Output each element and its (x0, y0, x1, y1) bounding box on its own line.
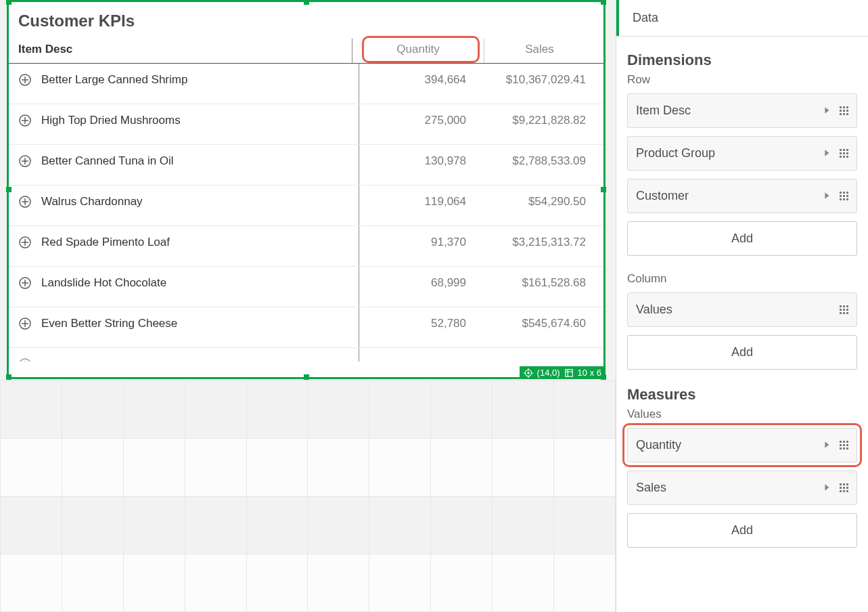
cell-sales: $545,674.60 (482, 317, 597, 330)
column-header-quantity[interactable]: Quantity (354, 43, 482, 56)
table-row[interactable]: Landslide Hot Chocolate 68,999 $161,528.… (9, 267, 603, 307)
grip-icon[interactable] (840, 441, 848, 450)
cell-item: Landslide Hot Chocolate (41, 276, 166, 290)
chip-label: Customer (636, 189, 689, 203)
table-body: Better Large Canned Shrimp 394,664 $10,3… (9, 64, 603, 362)
cell-sales: $2,788,533.09 (482, 154, 597, 168)
size-icon (564, 368, 574, 378)
expand-icon[interactable] (18, 317, 32, 330)
cell-sales: $161,528.68 (482, 276, 597, 290)
cell-item: Red Spade Pimento Loaf (41, 236, 170, 249)
expand-icon[interactable] (18, 357, 32, 362)
column-header-item[interactable]: Item Desc (16, 43, 354, 56)
cell-sales: $10,367,029.41 (482, 73, 597, 87)
table-row[interactable]: Red Spade Pimento Loaf 91,370 $3,215,313… (9, 226, 603, 267)
chevron-right-icon (823, 105, 831, 117)
measure-chip-quantity[interactable]: Quantity (627, 428, 857, 462)
chip-label: Product Group (636, 146, 715, 160)
dimension-chip-customer[interactable]: Customer (627, 179, 857, 213)
dimension-chip-item-desc[interactable]: Item Desc (627, 93, 857, 128)
expand-icon[interactable] (18, 114, 32, 127)
expand-icon[interactable] (18, 195, 32, 209)
column-divider (484, 39, 484, 63)
column-chip-values[interactable]: Values (627, 292, 857, 327)
column-label: Column (627, 272, 857, 286)
chip-label: Sales (636, 481, 666, 495)
table-row[interactable]: High Top Dried Mushrooms 275,000 $9,221,… (9, 104, 603, 145)
canvas-area[interactable]: Customer KPIs Item Desc Quantity Sales (0, 0, 616, 612)
svg-rect-30 (565, 369, 572, 376)
cell-item: High Top Dried Mushrooms (41, 114, 181, 127)
chip-label: Item Desc (636, 104, 691, 118)
table-header: Item Desc Quantity Sales (9, 43, 603, 64)
chevron-right-icon (823, 148, 831, 160)
expand-icon[interactable] (18, 154, 32, 168)
expand-icon[interactable] (18, 276, 32, 290)
values-label: Values (627, 408, 857, 421)
grip-icon[interactable] (840, 192, 848, 200)
cell-item: Walrus Chardonnay (41, 195, 143, 209)
column-header-sales[interactable]: Sales (482, 43, 597, 56)
cell-qty: 52,780 (354, 317, 482, 330)
cell-sales: $9,221,828.82 (482, 114, 597, 127)
resize-handle-tr[interactable] (601, 0, 606, 5)
table-row[interactable]: Better Canned Tuna in Oil 130,978 $2,788… (9, 145, 603, 185)
add-measure-button[interactable]: Add (627, 513, 857, 548)
grip-icon[interactable] (840, 149, 848, 158)
dimension-chip-product-group[interactable]: Product Group (627, 136, 857, 171)
coord-text: (14,0) (537, 368, 560, 378)
resize-handle-tm[interactable] (304, 0, 309, 5)
cell-sales: $3,215,313.72 (482, 236, 597, 249)
selection-coord-badge: (14,0) 10 x 6 (520, 366, 606, 379)
grip-icon[interactable] (840, 483, 848, 492)
target-icon (524, 368, 533, 378)
expand-icon[interactable] (18, 73, 32, 87)
cell-qty: 68,999 (354, 276, 482, 290)
resize-handle-bm[interactable] (304, 374, 309, 380)
add-column-dimension-button[interactable]: Add (627, 335, 857, 370)
table-row[interactable]: Better Large Canned Shrimp 394,664 $10,3… (9, 64, 603, 104)
pivot-table: Item Desc Quantity Sales (9, 43, 603, 362)
svg-point-25 (527, 372, 530, 374)
chevron-right-icon (823, 482, 831, 494)
sheet-grid (0, 380, 616, 612)
pivot-table-widget[interactable]: Customer KPIs Item Desc Quantity Sales (7, 0, 606, 379)
tab-data[interactable]: Data (616, 0, 672, 36)
cell-sales: $54,290.50 (482, 195, 597, 209)
cell-qty: 275,000 (354, 114, 482, 127)
column-divider (352, 39, 352, 63)
table-row[interactable] (9, 348, 603, 362)
grip-icon[interactable] (840, 106, 848, 115)
chevron-right-icon (823, 190, 831, 202)
table-row[interactable]: Even Better String Cheese 52,780 $545,67… (9, 307, 603, 348)
properties-panel: Data Dimensions Row Item Desc Product Gr… (616, 0, 868, 612)
resize-handle-tl[interactable] (6, 0, 12, 5)
column-header-quantity-label: Quantity (396, 43, 439, 56)
cell-qty: 91,370 (354, 236, 482, 249)
add-row-dimension-button[interactable]: Add (627, 221, 857, 256)
cell-qty: 119,064 (354, 195, 482, 209)
widget-title: Customer KPIs (9, 2, 603, 43)
dimensions-heading: Dimensions (627, 51, 857, 69)
cell-qty: 130,978 (354, 154, 482, 168)
cell-item: Better Large Canned Shrimp (41, 73, 187, 87)
row-label: Row (627, 73, 857, 87)
cell-qty: 394,664 (354, 73, 482, 87)
chip-label: Values (636, 303, 672, 317)
grip-icon[interactable] (840, 305, 848, 314)
cell-item: Even Better String Cheese (41, 317, 177, 330)
measures-heading: Measures (627, 386, 857, 403)
resize-handle-bl[interactable] (6, 374, 12, 380)
chip-label: Quantity (636, 438, 681, 452)
cell-item: Better Canned Tuna in Oil (41, 154, 174, 168)
table-row[interactable]: Walrus Chardonnay 119,064 $54,290.50 (9, 185, 603, 226)
panel-tabs: Data (616, 0, 868, 37)
chevron-right-icon (823, 439, 831, 452)
measure-chip-sales[interactable]: Sales (627, 471, 857, 505)
expand-icon[interactable] (18, 236, 32, 249)
size-text: 10 x 6 (578, 368, 601, 378)
